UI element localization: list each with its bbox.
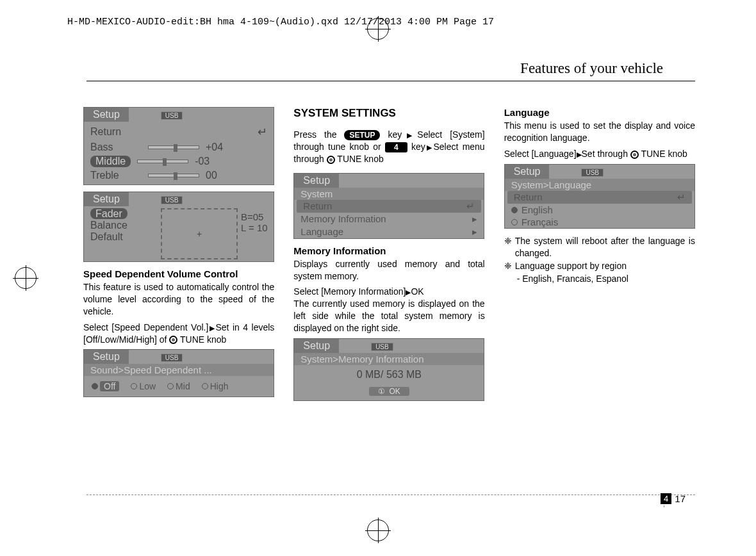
text-frag: Press the xyxy=(293,129,344,140)
l-value: L = 10 xyxy=(241,222,268,233)
lcd-tab: Setup xyxy=(84,350,129,364)
b-value: B=05 xyxy=(241,211,268,222)
arrow-icon: ▶ xyxy=(425,143,434,151)
ok-label: OK xyxy=(389,387,400,396)
text-frag: key xyxy=(407,142,425,152)
lcd-return: Return xyxy=(90,126,142,138)
arrow-icon: ▶ xyxy=(577,151,582,158)
ok-num: ① xyxy=(378,387,385,396)
lcd-tab: Setup xyxy=(505,165,550,179)
note-bullet-icon: ❈ xyxy=(504,235,512,259)
arrow-icon: ▶ xyxy=(208,324,215,332)
note-lang-support: ❈ Language support by region xyxy=(504,260,695,272)
francais-label: Français xyxy=(522,217,559,227)
note-lang-list: - English, Francais, Espanol xyxy=(504,274,695,284)
balance-grid: + xyxy=(161,208,238,259)
lcd-breadcrumb: System>Language xyxy=(505,179,694,191)
lcd-treble: Treble xyxy=(90,170,142,181)
radio-off-selected: Off xyxy=(100,381,119,391)
bass-value: +04 xyxy=(206,142,223,153)
radio-high: High xyxy=(210,381,229,391)
lcd-middle-selected: Middle xyxy=(90,156,131,167)
column-1: SetupUSB Return↵ Bass+04 Middle-03 Trebl… xyxy=(83,107,274,407)
num4-key-icon: 4 xyxy=(385,142,407,152)
return-label: Return xyxy=(514,192,543,203)
system-settings-p1: Press the SETUP key▶Select [System] thro… xyxy=(293,129,484,165)
text-frag: Set through xyxy=(582,149,630,159)
slider-icon xyxy=(148,174,199,177)
text-frag: key xyxy=(380,129,402,140)
system-settings-heading: SYSTEM SETTINGS xyxy=(293,107,484,120)
text-frag: Select [Memory Information] xyxy=(293,286,406,297)
note-reboot: ❈ The system will reboot after the langu… xyxy=(504,235,695,259)
column-3: Language This menu is used to set the di… xyxy=(504,107,695,407)
note-text: Language support by region xyxy=(515,260,627,272)
arrow-icon: ▶ xyxy=(402,131,417,139)
usb-icon: USB xyxy=(581,168,604,177)
radio-dot-icon xyxy=(511,219,518,225)
lcd-francais-row: Français xyxy=(505,216,694,228)
page-header: Features of your vehicle xyxy=(520,60,663,77)
lcd-sound-eq: SetupUSB Return↵ Bass+04 Middle-03 Trebl… xyxy=(83,107,274,185)
note-text: The system will reboot after the languag… xyxy=(515,235,695,259)
lcd-memory-row: Memory Information▸ xyxy=(294,213,484,225)
lcd-tab: Setup xyxy=(84,108,129,122)
lcd-tab: Setup xyxy=(84,192,129,206)
lcd-memory-value: 0 MB/ 563 MB xyxy=(294,365,484,384)
chevron-right-icon: ▸ xyxy=(472,213,477,225)
lcd-bass: Bass xyxy=(90,142,142,153)
lcd-radio-group: Off Low Mid High xyxy=(84,376,274,397)
lcd-language-menu: SetupUSB System>Language Return↵ English… xyxy=(504,164,695,229)
page-footer: 4 17 xyxy=(86,495,695,495)
lcd-system-label: System xyxy=(294,188,484,200)
language-p2: Select [Language]▶Set through TUNE knob xyxy=(504,148,695,160)
lcd-fader-balance: SetupUSB Fader Balance Default + B=05 L … xyxy=(83,192,274,262)
language-heading: Language xyxy=(504,107,695,118)
chevron-right-icon: ▸ xyxy=(472,226,477,238)
header-rule xyxy=(86,81,695,81)
page-number: 4 17 xyxy=(661,493,686,504)
page-frame: Features of your vehicle SetupUSB Return… xyxy=(61,46,695,511)
lcd-language-row: Language▸ xyxy=(294,225,484,238)
content-columns: SetupUSB Return↵ Bass+04 Middle-03 Trebl… xyxy=(83,107,695,407)
slider-icon xyxy=(148,145,199,149)
english-label: English xyxy=(522,204,553,215)
lcd-memory-info: SetupUSB System>Memory Information 0 MB/… xyxy=(293,338,484,401)
lcd-return-row: Return↵ xyxy=(507,191,692,204)
lcd-system-menu: Setup System Return↵ Memory Information▸… xyxy=(293,173,484,239)
return-icon: ↵ xyxy=(677,192,686,203)
radio-dot-icon xyxy=(167,383,174,389)
return-label: Return xyxy=(303,200,332,212)
text-frag: TUNE knob xyxy=(639,149,687,159)
speed-dependent-heading: Speed Dependent Volume Control xyxy=(83,268,274,279)
file-metadata: H-MD-MEXICO-AUDIO-edit:BH hma 4-109~(Aud… xyxy=(67,17,494,28)
lcd-breadcrumb: Sound>Speed Dependent ... xyxy=(84,364,274,376)
lcd-default: Default xyxy=(90,231,154,243)
speed-dependent-p2: Select [Speed Dependent Vol.]▶Set in 4 l… xyxy=(83,322,274,346)
crosshair-icon: + xyxy=(197,229,202,239)
middle-value: -03 xyxy=(195,156,210,167)
return-icon: ↵ xyxy=(258,125,267,139)
lcd-breadcrumb: System>Memory Information xyxy=(294,353,484,365)
radio-dot-filled-icon xyxy=(92,383,98,389)
lcd-balance: Balance xyxy=(90,220,154,231)
column-2: SYSTEM SETTINGS Press the SETUP key▶Sele… xyxy=(293,107,484,407)
setup-key-icon: SETUP xyxy=(344,130,380,140)
tune-knob-icon xyxy=(169,336,177,344)
radio-low: Low xyxy=(139,381,156,391)
slider-icon xyxy=(137,159,188,163)
page-number-value: 17 xyxy=(675,493,686,504)
memory-info-p1: Displays currently used memory and total… xyxy=(293,258,484,282)
return-icon: ↵ xyxy=(466,200,475,212)
lcd-fader-selected: Fader xyxy=(90,208,127,219)
text-frag: OK xyxy=(411,286,423,297)
language-p1: This menu is used to set the display and… xyxy=(504,120,695,144)
text-frag: Select [Language] xyxy=(504,149,577,159)
radio-dot-icon xyxy=(131,383,137,389)
crop-circle-left xyxy=(15,267,37,289)
note-bullet-icon: ❈ xyxy=(504,260,512,272)
memory-label: Memory Information xyxy=(300,213,386,225)
text-frag: TUNE knob xyxy=(180,334,226,345)
memory-info-heading: Memory Information xyxy=(293,245,484,256)
treble-value: 00 xyxy=(206,170,217,181)
